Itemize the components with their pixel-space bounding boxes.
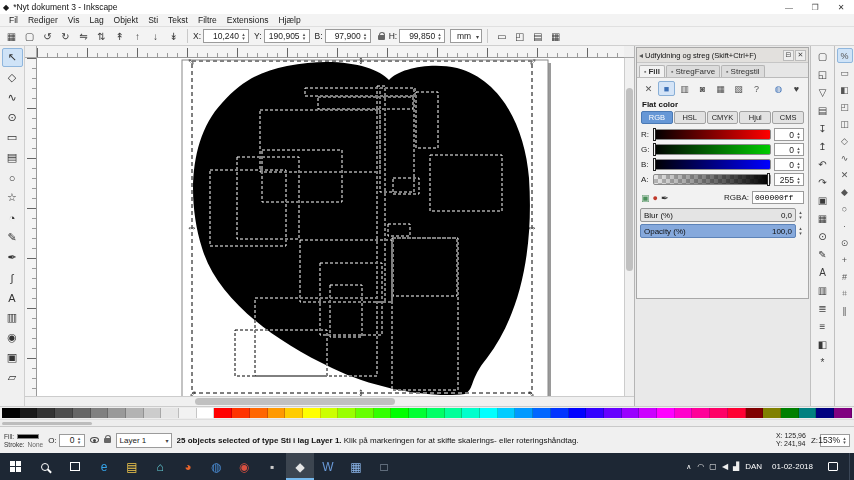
opacity-spinner[interactable]: ▴▾ <box>796 224 805 238</box>
palette-swatch[interactable] <box>604 408 622 418</box>
palette-swatch[interactable] <box>515 408 533 418</box>
palette-swatch[interactable] <box>639 408 657 418</box>
fill-stroke-dialog-button[interactable]: ◧ <box>813 336 833 353</box>
gradient-dialog-button[interactable]: ▥ <box>813 282 833 299</box>
taskbar-inkscape[interactable]: ◆ <box>286 453 314 480</box>
palette-swatch[interactable] <box>622 408 640 418</box>
tool-pencil[interactable]: ✎ <box>2 228 23 247</box>
rotate-ccw-icon[interactable]: ↺ <box>39 28 56 44</box>
palette-swatch[interactable] <box>356 408 374 418</box>
redo-button[interactable]: ↷ <box>813 174 833 191</box>
palette-swatch[interactable] <box>214 408 232 418</box>
linear-gradient-button[interactable]: ▥ <box>676 81 693 96</box>
palette-swatch[interactable] <box>250 408 268 418</box>
onedrive-tray-icon[interactable]: ◠ <box>697 462 704 471</box>
raise-icon[interactable]: ↑ <box>129 28 146 44</box>
paste-button[interactable]: ▦ <box>813 210 833 227</box>
palette-swatch[interactable] <box>427 408 445 418</box>
text-dialog-button[interactable]: A <box>813 264 833 281</box>
snap-bbox-toggle[interactable]: ▭ <box>837 65 853 80</box>
taskbar-chrome[interactable]: ◉ <box>230 453 258 480</box>
alpha-value[interactable]: 255 ▴▾ <box>774 173 804 186</box>
import-button[interactable]: ↧ <box>813 120 833 137</box>
horizontal-scrollbar-thumb[interactable] <box>195 398 395 405</box>
palette-swatch[interactable] <box>55 408 73 418</box>
green-slider[interactable] <box>653 144 771 155</box>
action-center-button[interactable] <box>823 453 843 480</box>
blur-slider[interactable]: Blur (%) 0,0 <box>640 208 796 222</box>
snap-bbox-midpoints-toggle[interactable]: ◫ <box>837 116 853 131</box>
preferences-button[interactable]: * <box>813 354 833 371</box>
snap-midpoints-toggle[interactable]: · <box>837 218 853 233</box>
flat-color-button[interactable]: ■ <box>658 81 675 96</box>
height-field[interactable]: 99,850 ▴▾ <box>399 29 445 43</box>
slider-handle[interactable] <box>653 143 656 156</box>
print-button[interactable]: ▤ <box>813 102 833 119</box>
spinner-arrows[interactable]: ▴▾ <box>795 129 802 140</box>
tool-selector[interactable]: ↖ <box>2 48 23 67</box>
palette-swatch[interactable] <box>551 408 569 418</box>
palette-swatch[interactable] <box>569 408 587 418</box>
palette-swatch[interactable] <box>763 408 781 418</box>
snap-intersections-toggle[interactable]: ✕ <box>837 167 853 182</box>
tool-tweak[interactable]: ∿ <box>2 88 23 107</box>
search-button[interactable] <box>30 453 60 480</box>
vertical-ruler[interactable] <box>25 58 37 396</box>
slider-handle[interactable] <box>767 173 770 186</box>
palette-swatch[interactable] <box>728 408 746 418</box>
tool-spiral[interactable]: ◔ <box>2 208 23 227</box>
copy-button[interactable]: ▣ <box>813 192 833 209</box>
palette-swatch[interactable] <box>197 408 215 418</box>
menu-item[interactable]: Filtre <box>193 15 222 25</box>
width-field[interactable]: 97,900 ▴▾ <box>325 29 371 43</box>
color-picker-icon[interactable]: ✒ <box>661 193 669 203</box>
menu-item[interactable]: Extensions <box>222 15 274 25</box>
menu-item[interactable]: Tekst <box>163 15 193 25</box>
menu-item[interactable]: Fil <box>4 15 23 25</box>
start-button[interactable] <box>0 453 30 480</box>
palette-swatch[interactable] <box>161 408 179 418</box>
palette-swatch[interactable] <box>409 408 427 418</box>
select-all-icon[interactable]: ▦ <box>3 28 20 44</box>
menu-item[interactable]: Vis <box>63 15 85 25</box>
palette-swatch[interactable] <box>73 408 91 418</box>
palette-swatch[interactable] <box>338 408 356 418</box>
palette-swatch[interactable] <box>374 408 392 418</box>
clock[interactable]: 01-02-2018 <box>768 462 817 471</box>
affect-stroke-toggle[interactable]: ▭ <box>493 28 510 44</box>
colorspace-hsl[interactable]: HSL <box>674 111 706 124</box>
palette-swatch[interactable] <box>144 408 162 418</box>
palette-swatch[interactable] <box>799 408 817 418</box>
network-tray-icon[interactable]: ▟ <box>733 462 739 471</box>
colorspace-wheel[interactable]: Hjul <box>739 111 771 124</box>
align-dialog-button[interactable]: ≡ <box>813 318 833 335</box>
dock-arrow-icon[interactable]: ◂ <box>639 51 643 60</box>
layers-dialog-button[interactable]: ≣ <box>813 300 833 317</box>
snap-guides-toggle[interactable]: ∥ <box>837 303 853 318</box>
taskbar-vscode[interactable]: ◍ <box>202 453 230 480</box>
volume-tray-icon[interactable]: ◀ <box>722 462 728 471</box>
zoom-drawing-button[interactable]: ⊙ <box>813 228 833 245</box>
tool-pen[interactable]: ✒ <box>2 248 23 267</box>
taskbar-store[interactable]: ⌂ <box>146 453 174 480</box>
tool-3dbox[interactable]: ▤ <box>2 148 23 167</box>
snap-nodes-toggle[interactable]: ◇ <box>837 133 853 148</box>
pattern-button[interactable]: ▦ <box>712 81 729 96</box>
fill-rule-nonzero-button[interactable]: ♥ <box>788 81 805 96</box>
palette-swatch[interactable] <box>746 408 764 418</box>
undo-button[interactable]: ↶ <box>813 156 833 173</box>
menu-item[interactable]: Rediger <box>23 15 63 25</box>
spinner-arrows[interactable]: ▴▾ <box>795 159 802 170</box>
vertical-scrollbar-thumb[interactable] <box>626 88 633 271</box>
lock-ratio-icon[interactable] <box>376 32 388 40</box>
palette-swatch[interactable] <box>445 408 463 418</box>
flip-horizontal-icon[interactable]: ⇋ <box>75 28 92 44</box>
radial-gradient-button[interactable]: ◙ <box>694 81 711 96</box>
spinner-arrows[interactable]: ▴▾ <box>795 174 802 185</box>
taskbar-firefox[interactable]: ◕ <box>174 453 202 480</box>
layer-lock-icon[interactable] <box>104 435 111 445</box>
colorspace-rgb[interactable]: RGB <box>641 111 673 124</box>
spinner-arrows[interactable]: ▴▾ <box>362 30 369 42</box>
slider-handle[interactable] <box>653 158 656 171</box>
layer-visibility-icon[interactable] <box>90 437 99 443</box>
